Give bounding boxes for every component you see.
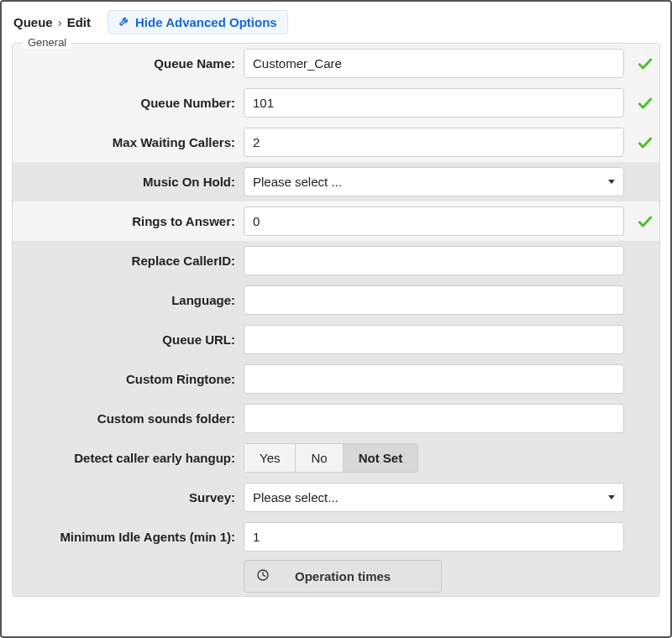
breadcrumb-item-queue[interactable]: Queue (13, 15, 53, 29)
detect-hangup-toggle: Yes No Not Set (244, 443, 418, 473)
row-language: Language: (13, 280, 659, 320)
check-icon (631, 134, 659, 151)
queue-name-input[interactable] (244, 49, 624, 78)
check-icon (631, 95, 659, 112)
label-detect-hangup: Detect caller early hangup: (13, 451, 244, 465)
operation-times-button[interactable]: Operation times (244, 560, 442, 593)
rings-to-answer-input[interactable] (244, 207, 624, 236)
row-music-on-hold: Music On Hold: Please select ... (13, 162, 659, 201)
detect-hangup-not-set[interactable]: Not Set (344, 443, 419, 473)
row-operation-times: Operation times (13, 557, 659, 596)
detect-hangup-no[interactable]: No (296, 443, 343, 473)
row-queue-url: Queue URL: (13, 320, 659, 359)
label-queue-url: Queue URL: (13, 332, 244, 347)
hide-advanced-label: Hide Advanced Options (135, 15, 277, 29)
label-min-idle-agents: Minimum Idle Agents (min 1): (13, 530, 244, 544)
music-on-hold-value: Please select ... (253, 175, 342, 189)
operation-times-label: Operation times (295, 569, 391, 583)
check-icon (631, 55, 659, 72)
label-custom-sounds-folder: Custom sounds folder: (13, 411, 244, 426)
row-replace-callerid: Replace CallerID: (13, 241, 659, 280)
min-idle-agents-input[interactable] (244, 522, 624, 552)
label-max-waiting: Max Waiting Callers: (13, 135, 244, 149)
row-queue-number: Queue Number: (13, 83, 659, 123)
row-min-idle-agents: Minimum Idle Agents (min 1): (13, 517, 659, 557)
row-custom-sounds-folder: Custom sounds folder: (13, 399, 659, 438)
row-detect-hangup: Detect caller early hangup: Yes No Not S… (13, 438, 659, 478)
music-on-hold-select[interactable]: Please select ... (244, 167, 624, 196)
hide-advanced-toggle[interactable]: Hide Advanced Options (108, 10, 288, 34)
wrench-icon (118, 15, 130, 29)
queue-number-input[interactable] (244, 88, 624, 118)
chevron-right-icon: › (58, 15, 62, 29)
label-replace-callerid: Replace CallerID: (13, 254, 244, 268)
replace-callerid-input[interactable] (244, 246, 624, 275)
label-language: Language: (13, 293, 244, 307)
survey-select[interactable]: Please select... (244, 483, 624, 512)
row-custom-ringtone: Custom Ringtone: (13, 359, 659, 399)
label-queue-name: Queue Name: (13, 56, 244, 71)
check-icon (631, 213, 659, 230)
row-queue-name: Queue Name: (13, 44, 659, 83)
custom-ringtone-input[interactable] (244, 364, 624, 394)
survey-value: Please select... (253, 490, 339, 505)
clock-icon (256, 568, 270, 584)
chevron-down-icon (608, 495, 615, 499)
fieldset-legend: General (23, 36, 71, 49)
label-music-on-hold: Music On Hold: (13, 175, 244, 189)
detect-hangup-yes[interactable]: Yes (244, 443, 296, 473)
label-rings-to-answer: Rings to Answer: (13, 214, 244, 228)
chevron-down-icon (608, 180, 615, 184)
general-fieldset: General Queue Name: Queue Number: Max Wa… (12, 43, 660, 597)
breadcrumb: Queue › Edit (13, 12, 97, 33)
label-queue-number: Queue Number: (13, 96, 244, 110)
label-survey: Survey: (13, 490, 244, 505)
queue-url-input[interactable] (244, 325, 624, 354)
label-custom-ringtone: Custom Ringtone: (13, 372, 244, 386)
max-waiting-input[interactable] (244, 128, 624, 157)
row-survey: Survey: Please select... (13, 478, 659, 517)
language-input[interactable] (244, 285, 624, 315)
breadcrumb-item-edit: Edit (67, 15, 91, 29)
row-rings-to-answer: Rings to Answer: (13, 201, 659, 241)
row-max-waiting: Max Waiting Callers: (13, 123, 659, 162)
custom-sounds-folder-input[interactable] (244, 404, 624, 433)
